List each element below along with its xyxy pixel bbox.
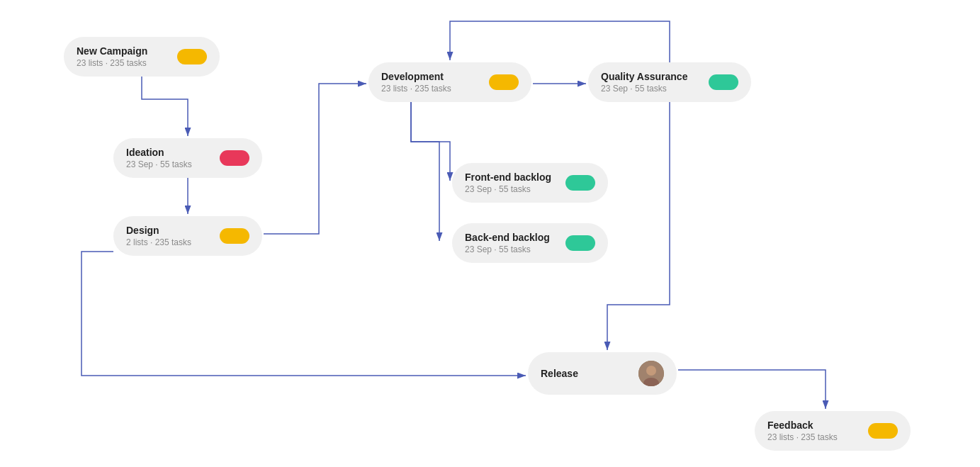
node-ideation-subtitle: 23 Sep · 55 tasks <box>126 159 192 169</box>
node-new-campaign-badge <box>177 49 207 64</box>
node-development[interactable]: Development 23 lists · 235 tasks <box>368 62 531 102</box>
node-development-text: Development 23 lists · 235 tasks <box>381 71 451 94</box>
node-release-text: Release <box>541 368 578 379</box>
node-feedback-title: Feedback <box>767 420 838 431</box>
node-frontend-backlog[interactable]: Front-end backlog 23 Sep · 55 tasks <box>452 163 608 203</box>
node-backend-title: Back-end backlog <box>465 232 550 243</box>
node-new-campaign-title: New Campaign <box>77 45 147 57</box>
node-release[interactable]: Release <box>528 352 677 395</box>
node-new-campaign[interactable]: New Campaign 23 lists · 235 tasks <box>64 37 220 77</box>
node-new-campaign-text: New Campaign 23 lists · 235 tasks <box>77 45 147 68</box>
node-qa-text: Quality Assurance 23 Sep · 55 tasks <box>601 71 687 94</box>
node-new-campaign-subtitle: 23 lists · 235 tasks <box>77 58 147 68</box>
svg-point-2 <box>646 366 656 376</box>
node-feedback-subtitle: 23 lists · 235 tasks <box>767 432 838 442</box>
node-feedback[interactable]: Feedback 23 lists · 235 tasks <box>755 411 911 451</box>
node-feedback-badge <box>868 423 898 439</box>
node-development-subtitle: 23 lists · 235 tasks <box>381 84 451 94</box>
node-design[interactable]: Design 2 lists · 235 tasks <box>113 216 262 256</box>
node-design-badge <box>220 228 249 244</box>
node-ideation-text: Ideation 23 Sep · 55 tasks <box>126 147 192 169</box>
node-design-text: Design 2 lists · 235 tasks <box>126 225 191 247</box>
node-frontend-text: Front-end backlog 23 Sep · 55 tasks <box>465 171 551 194</box>
node-backend-backlog[interactable]: Back-end backlog 23 Sep · 55 tasks <box>452 223 608 263</box>
node-ideation-badge <box>220 150 249 166</box>
node-qa-badge <box>709 74 738 90</box>
node-qa-title: Quality Assurance <box>601 71 687 82</box>
node-quality-assurance[interactable]: Quality Assurance 23 Sep · 55 tasks <box>588 62 751 102</box>
node-frontend-subtitle: 23 Sep · 55 tasks <box>465 184 551 194</box>
node-feedback-text: Feedback 23 lists · 235 tasks <box>767 420 838 442</box>
node-ideation-title: Ideation <box>126 147 192 158</box>
node-development-title: Development <box>381 71 451 82</box>
workflow-canvas: New Campaign 23 lists · 235 tasks Ideati… <box>0 0 980 467</box>
node-frontend-badge <box>565 175 595 191</box>
node-development-badge <box>489 74 519 90</box>
node-release-avatar <box>638 361 664 386</box>
node-design-subtitle: 2 lists · 235 tasks <box>126 237 191 247</box>
node-release-title: Release <box>541 368 578 379</box>
node-backend-subtitle: 23 Sep · 55 tasks <box>465 244 550 254</box>
node-frontend-title: Front-end backlog <box>465 171 551 183</box>
node-ideation[interactable]: Ideation 23 Sep · 55 tasks <box>113 138 262 178</box>
node-backend-text: Back-end backlog 23 Sep · 55 tasks <box>465 232 550 254</box>
node-qa-subtitle: 23 Sep · 55 tasks <box>601 84 687 94</box>
node-backend-badge <box>565 235 595 251</box>
node-design-title: Design <box>126 225 191 236</box>
